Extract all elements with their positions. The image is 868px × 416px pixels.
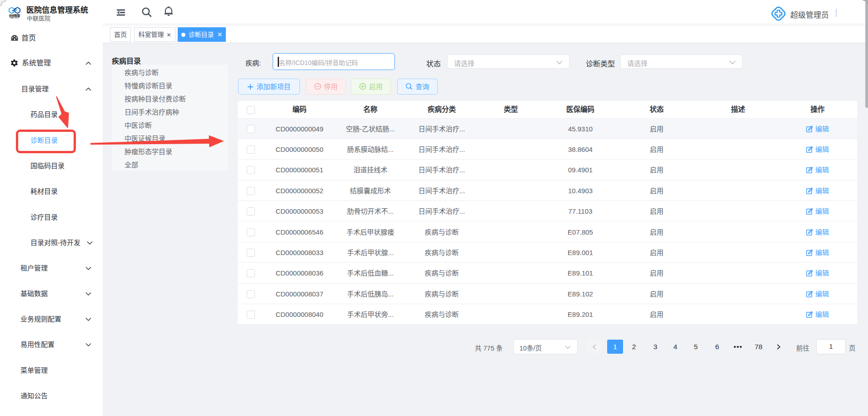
svg-text:HEALTH LINK: HEALTH LINK [10,17,19,19]
